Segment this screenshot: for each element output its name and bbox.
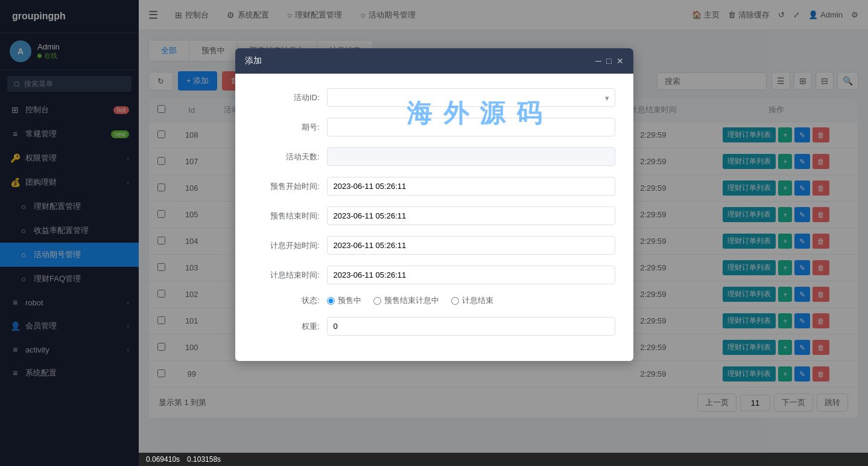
status-interest-end-radio[interactable]	[451, 297, 459, 305]
status-presale-radio[interactable]	[327, 297, 335, 305]
perf-value-2: 0.103158s	[187, 455, 221, 464]
page-content: 全部 预售中 预售结束计息中 计息结束 ↻ + 添加 🗑 删除 ☰ ⊞ ⊟ 🔍	[139, 30, 868, 466]
modal-body: 活动ID: 期号: 活动天数: 预售开始时间:	[235, 74, 633, 361]
period-label: 期号:	[253, 122, 320, 133]
perf-value-1: 0.069410s	[146, 455, 180, 464]
modal-close-button[interactable]: ✕	[616, 56, 624, 66]
form-row-activity-id: 活动ID:	[253, 88, 615, 107]
presale-end-input[interactable]	[327, 206, 615, 225]
form-row-days: 活动天数:	[253, 147, 615, 166]
main-content: ☰ ⊞ 控制台 ⚙ 系统配置 ○ 理财配置管理 ○ 活动期号管理 🏠 主页	[139, 0, 868, 466]
weight-label: 权重:	[253, 321, 320, 332]
form-row-interest-end: 计息结束时间:	[253, 266, 615, 284]
status-label: 状态:	[253, 295, 320, 306]
form-row-presale-end: 预售结束时间:	[253, 206, 615, 225]
weight-input[interactable]	[327, 317, 615, 336]
add-modal: 海 外 源 码 添加 ─ □ ✕ 活动ID:	[235, 48, 633, 361]
status-radio-group: 预售中 预售结束计息中 计息结束	[327, 295, 615, 306]
status-presale-end-option[interactable]: 预售结束计息中	[373, 295, 439, 306]
days-input[interactable]	[327, 147, 615, 166]
modal-controls: ─ □ ✕	[595, 56, 623, 66]
interest-end-input[interactable]	[327, 266, 615, 284]
activity-id-select[interactable]	[327, 88, 615, 107]
modal-header: 添加 ─ □ ✕	[235, 48, 633, 74]
days-label: 活动天数:	[253, 152, 320, 162]
interest-end-label: 计息结束时间:	[253, 270, 320, 281]
form-row-weight: 权重:	[253, 317, 615, 336]
modal-maximize-button[interactable]: □	[606, 56, 611, 66]
activity-id-select-wrap	[327, 88, 615, 107]
modal-overlay: 海 外 源 码 添加 ─ □ ✕ 活动ID:	[139, 30, 868, 466]
form-row-status: 状态: 预售中 预售结束计息中	[253, 295, 615, 306]
modal-minimize-button[interactable]: ─	[595, 56, 601, 66]
period-input[interactable]	[327, 118, 615, 136]
interest-start-input[interactable]	[327, 236, 615, 255]
form-row-presale-start: 预售开始时间:	[253, 177, 615, 196]
status-presale-end-radio[interactable]	[373, 297, 381, 305]
modal-title: 添加	[245, 56, 262, 66]
presale-end-label: 预售结束时间:	[253, 211, 320, 222]
status-interest-end-option[interactable]: 计息结束	[451, 295, 493, 306]
performance-bar: 0.069410s 0.103158s	[139, 453, 868, 466]
form-row-period: 期号:	[253, 118, 615, 136]
perf-item-2: 0.103158s	[187, 455, 221, 464]
status-presale-option[interactable]: 预售中	[327, 295, 361, 306]
interest-start-label: 计息开始时间:	[253, 240, 320, 251]
perf-item-1: 0.069410s	[146, 455, 180, 464]
presale-start-input[interactable]	[327, 177, 615, 196]
presale-start-label: 预售开始时间:	[253, 181, 320, 192]
form-row-interest-start: 计息开始时间:	[253, 236, 615, 255]
activity-id-label: 活动ID:	[253, 92, 320, 103]
